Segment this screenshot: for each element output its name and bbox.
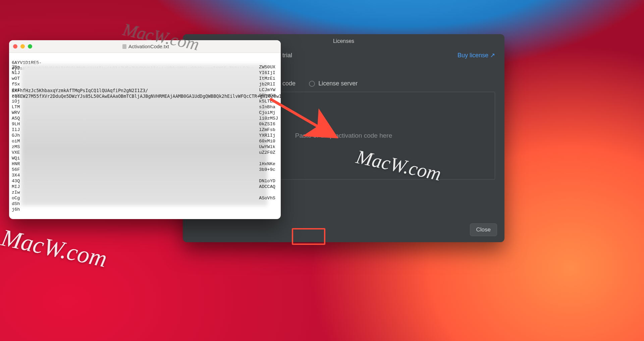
dropzone-placeholder: Paste or drop activation code here [295, 132, 392, 139]
document-icon [122, 44, 126, 49]
buy-license-link[interactable]: Buy license ↗ [458, 52, 495, 59]
close-button[interactable]: Close [470, 223, 497, 236]
code-right-fragments: ZW50UX YI6IjI ItMzEi jb2RlI LCJmYW 0RhdG… [259, 64, 278, 201]
window-title: ActivationCode.txt [32, 44, 259, 49]
redacted-blur [21, 64, 267, 206]
code-bottom: KKFhfHzJc5KhbaxqYzmkAfTMqPsIqCQ1lQUAqfiP… [12, 88, 281, 99]
zoom-window-icon[interactable] [28, 44, 32, 49]
radio-license-server[interactable]: License server [309, 80, 358, 87]
close-window-icon[interactable] [13, 44, 17, 49]
texteditor-window: ActivationCode.txt 6AYV1D1RE5- eyJsaWNlb… [9, 40, 281, 219]
titlebar: ActivationCode.txt [9, 40, 281, 53]
text-content[interactable]: 6AYV1D1RE5- eyJsaWNlbnNlSWQiOiI1QVlWMUQx… [9, 53, 281, 101]
window-title-text: ActivationCode.txt [128, 44, 169, 49]
window-controls [13, 44, 32, 49]
radio-dot-icon [309, 81, 315, 87]
code-left-fragments: 3Np NlJ wOT fSx joi xsY iOj LTM WRV A5Q … [12, 64, 20, 212]
minimize-window-icon[interactable] [20, 44, 25, 49]
radio-label: License server [318, 80, 358, 87]
